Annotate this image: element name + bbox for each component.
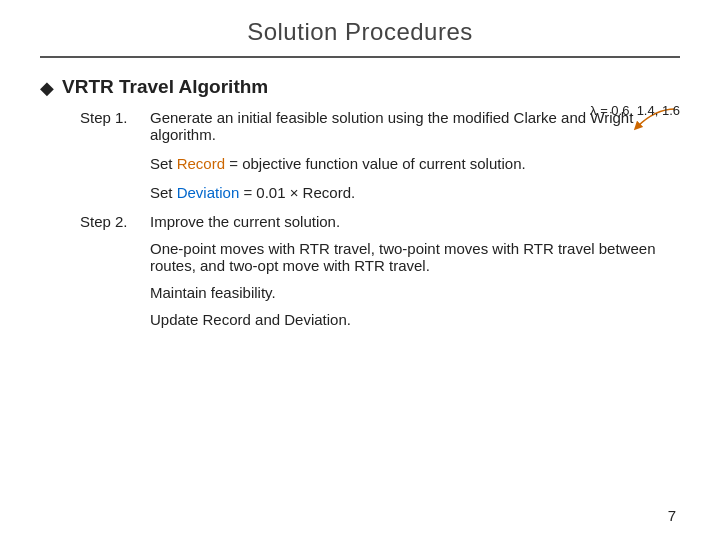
set-deviation-highlight: Deviation xyxy=(177,184,240,201)
step2-label: Step 2. xyxy=(80,213,150,230)
section-title: VRTR Travel Algorithm xyxy=(62,76,268,98)
set-record-line: Set Record = objective function value of… xyxy=(80,155,680,172)
step1-label: Step 1. xyxy=(80,109,150,126)
step2-content: Improve the current solution. xyxy=(150,213,680,230)
set-record-highlight: Record xyxy=(177,155,225,172)
lambda-label: λ = 0.6, 1.4, 1.6 xyxy=(590,103,680,118)
page-title: Solution Procedures xyxy=(40,18,680,46)
step1-block: Step 1. Generate an initial feasible sol… xyxy=(80,109,680,143)
update-record-deviation: Update Record and Deviation. xyxy=(80,311,680,328)
set-record-suffix: = objective function value of current so… xyxy=(225,155,526,172)
content-area: Step 1. Generate an initial feasible sol… xyxy=(40,109,680,338)
maintain-feasibility: Maintain feasibility. xyxy=(80,284,680,301)
one-point-moves: One-point moves with RTR travel, two-poi… xyxy=(80,240,680,274)
set-record-prefix: Set xyxy=(150,155,177,172)
set-deviation-prefix: Set xyxy=(150,184,177,201)
page-container: Solution Procedures ◆ VRTR Travel Algori… xyxy=(0,0,720,540)
section-header: ◆ VRTR Travel Algorithm xyxy=(40,76,680,99)
set-deviation-suffix: = 0.01 × Record. xyxy=(239,184,355,201)
step2-row: Step 2. Improve the current solution. xyxy=(80,213,680,230)
bullet-diamond-icon: ◆ xyxy=(40,77,54,99)
lambda-annotation: λ = 0.6, 1.4, 1.6 xyxy=(625,105,680,133)
page-header: Solution Procedures xyxy=(40,0,680,58)
page-number: 7 xyxy=(668,507,676,524)
set-deviation-line: Set Deviation = 0.01 × Record. xyxy=(80,184,680,201)
